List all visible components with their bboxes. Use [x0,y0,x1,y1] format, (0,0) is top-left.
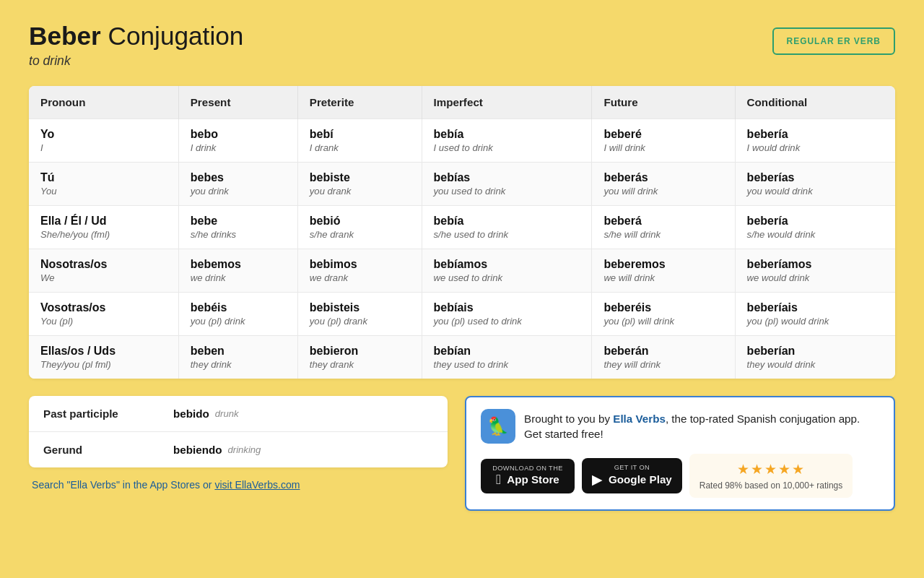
cell-present: bebemos we drink [178,249,297,293]
promo-buttons: Download on the  App Store GET IT ON ▶ … [481,454,879,498]
cell-future: beberá s/he will drink [592,206,735,249]
promo-header: 🦜 Brought to you by Ella Verbs, the top-… [481,409,879,444]
past-participle-label: Past participle [43,407,173,420]
table-row: Yo I bebo I drink bebí I drank bebía I u… [29,119,895,163]
cell-imperfect: bebíais you (pl) used to drink [422,293,592,336]
cell-pronoun: Yo I [29,119,178,163]
promo-text: Brought to you by Ella Verbs, the top-ra… [524,411,879,442]
cell-imperfect: bebían they used to drink [422,336,592,379]
cell-present: beben they drink [178,336,297,379]
gerund-translation: drinking [228,444,261,455]
search-note: Search "Ella Verbs" in the App Stores or… [29,479,448,491]
star-rating: ★★★★★ [737,461,806,478]
promo-box: 🦜 Brought to you by Ella Verbs, the top-… [465,396,895,511]
past-participle-value: bebido [173,407,209,420]
apple-icon:  [496,472,501,488]
cell-pronoun: Vosotras/os You (pl) [29,293,178,336]
app-icon: 🦜 [481,409,515,444]
cell-conditional: beberíais you (pl) would drink [735,293,895,336]
cell-conditional: bebería I would drink [735,119,895,163]
ella-verbs-link[interactable]: visit EllaVerbs.com [214,479,300,491]
cell-preterite: bebiste you drank [297,163,422,206]
col-header-preterite: Preterite [297,86,422,119]
table-row: Vosotras/os You (pl) bebéis you (pl) dri… [29,293,895,336]
cell-pronoun: Ella / Él / Ud She/he/you (fml) [29,206,178,249]
cell-future: beberé I will drink [592,119,735,163]
rating-box: ★★★★★ Rated 98% based on 10,000+ ratings [689,454,853,498]
col-header-pronoun: Pronoun [29,86,178,119]
title-block: Beber Conjugation to drink [29,22,243,69]
table-row: Nosotras/os We bebemos we drink bebimos … [29,249,895,293]
cell-present: bebo I drink [178,119,297,163]
verb-type-badge: REGULAR ER VERB [772,27,895,55]
table-row: Tú You bebes you drink bebiste you drank… [29,163,895,206]
conjugation-table: Pronoun Present Preterite Imperfect Futu… [29,86,895,379]
table-row: Ellas/os / Uds They/you (pl fml) beben t… [29,336,895,379]
col-header-present: Present [178,86,297,119]
gerund-row: Gerund bebiendo drinking [29,432,448,467]
col-header-imperfect: Imperfect [422,86,592,119]
past-participle-translation: drunk [215,408,239,419]
cell-preterite: bebí I drank [297,119,422,163]
cell-preterite: bebieron they drank [297,336,422,379]
cell-future: beberéis you (pl) will drink [592,293,735,336]
cell-imperfect: bebías you used to drink [422,163,592,206]
cell-conditional: bebería s/he would drink [735,206,895,249]
cell-preterite: bebimos we drank [297,249,422,293]
cell-future: beberán they will drink [592,336,735,379]
cell-imperfect: bebíamos we used to drink [422,249,592,293]
google-play-button[interactable]: GET IT ON ▶ Google Play [582,458,682,493]
cell-future: beberemos we will drink [592,249,735,293]
cell-pronoun: Ellas/os / Uds They/you (pl fml) [29,336,178,379]
cell-imperfect: bebía I used to drink [422,119,592,163]
cell-conditional: beberíamos we would drink [735,249,895,293]
svg-text:🦜: 🦜 [487,415,509,436]
google-play-icon: ▶ [592,471,603,488]
col-header-conditional: Conditional [735,86,895,119]
cell-imperfect: bebía s/he used to drink [422,206,592,249]
left-column: Past participle bebido drunk Gerund bebi… [29,396,448,511]
participle-table: Past participle bebido drunk Gerund bebi… [29,396,448,467]
cell-pronoun: Nosotras/os We [29,249,178,293]
table-row: Ella / Él / Ud She/he/you (fml) bebe s/h… [29,206,895,249]
app-store-button[interactable]: Download on the  App Store [481,459,575,493]
cell-preterite: bebisteis you (pl) drank [297,293,422,336]
cell-preterite: bebió s/he drank [297,206,422,249]
bottom-section: Past participle bebido drunk Gerund bebi… [29,396,895,511]
gerund-label: Gerund [43,444,173,456]
col-header-future: Future [592,86,735,119]
ella-verbs-brand-link[interactable]: Ella Verbs [613,413,666,425]
cell-conditional: beberías you would drink [735,163,895,206]
cell-present: bebe s/he drinks [178,206,297,249]
gerund-value: bebiendo [173,444,222,456]
cell-future: beberás you will drink [592,163,735,206]
page-header: Beber Conjugation to drink REGULAR ER VE… [29,22,895,69]
cell-conditional: beberían they would drink [735,336,895,379]
cell-present: bebes you drink [178,163,297,206]
rating-text: Rated 98% based on 10,000+ ratings [699,480,842,491]
cell-pronoun: Tú You [29,163,178,206]
subtitle: to drink [29,53,243,69]
page-title: Beber Conjugation [29,22,243,51]
cell-present: bebéis you (pl) drink [178,293,297,336]
past-participle-row: Past participle bebido drunk [29,396,448,432]
